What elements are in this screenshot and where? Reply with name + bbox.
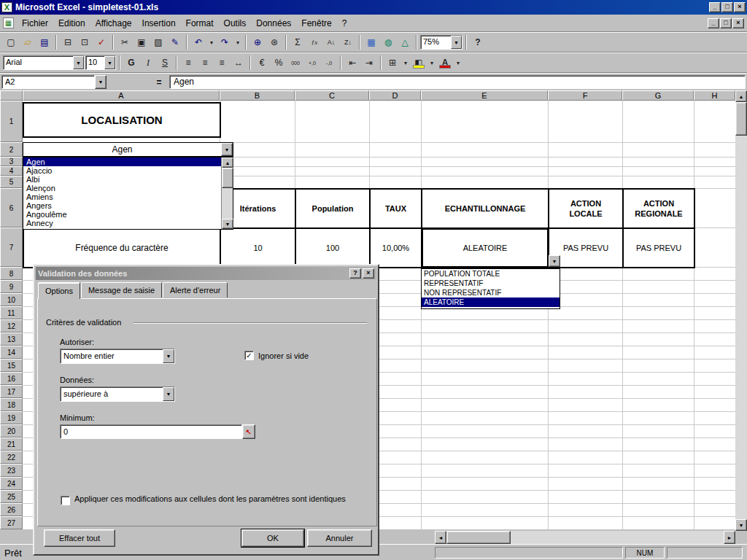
drawing-button[interactable]: △ [397,35,413,50]
ignore-blank-label[interactable]: Ignorer si vide [258,351,309,360]
dialog-titlebar[interactable]: Validation des données ? × [36,267,376,280]
column-header-b[interactable]: B [220,90,295,101]
allow-combo[interactable]: Nombre entier ▼ [60,349,175,364]
undo-button[interactable]: ↶ [190,35,206,50]
row-header-3[interactable]: 3 [0,157,23,166]
row-header-6[interactable]: 6 [0,188,23,228]
apply-all-checkbox[interactable] [61,496,70,505]
paste-button[interactable]: ▨ [150,35,166,50]
row-header-15[interactable]: 15 [0,359,23,372]
font-color-arrow[interactable]: ▾ [454,55,462,70]
cancel-button[interactable]: Annuler [307,529,372,547]
row-header-22[interactable]: 22 [0,451,23,464]
redo-arrow[interactable]: ▾ [233,35,242,50]
percent-button[interactable]: % [271,55,287,70]
font-color-button[interactable]: A [437,55,453,70]
close-button[interactable]: × [734,2,746,12]
row-header-24[interactable]: 24 [0,477,23,490]
insert-hyperlink-button[interactable]: ⊕ [249,35,266,50]
row-header-9[interactable]: 9 [0,280,23,293]
column-header-e[interactable]: E [421,90,548,101]
save-button[interactable]: ▤ [36,35,53,50]
cell-e6[interactable]: ECHANTILLONNAGE [421,188,549,229]
vertical-scrollbar[interactable]: ▲ ▼ [735,90,747,531]
scroll-up-button[interactable]: ▲ [222,158,233,168]
align-center-button[interactable]: ≡ [197,55,213,70]
font-combo-arrow[interactable]: ▼ [73,56,84,69]
ignore-blank-checkbox[interactable]: ✓ [244,351,254,360]
scroll-down-button[interactable]: ▼ [222,219,233,229]
zoom-combo[interactable]: 75%▼ [420,35,462,50]
scroll-thumb[interactable] [222,168,233,188]
sampling-option-population-totale[interactable]: POPULATION TOTALE [422,269,560,279]
cell-c7[interactable]: 100 [295,228,371,268]
sampling-option-representatif[interactable]: REPRESENTATIF [422,279,560,288]
horizontal-scrollbar[interactable]: ◄ ► [435,531,735,544]
city-option-ajaccio[interactable]: Ajaccio [23,166,221,175]
row-header-19[interactable]: 19 [0,411,23,424]
row-header-23[interactable]: 23 [0,464,23,477]
workbook-close-button[interactable]: × [732,18,744,28]
map-button[interactable]: ◍ [380,35,396,50]
workbook-restore-button[interactable]: □ [720,18,732,28]
undo-arrow[interactable]: ▾ [207,35,216,50]
city-option-annecy[interactable]: Annecy [23,219,221,228]
column-header-h[interactable]: H [694,90,735,101]
menu-outils[interactable]: Outils [219,16,252,31]
edit-formula-button[interactable]: = [152,75,166,89]
cell-a7[interactable]: Fréquence du caractère [23,228,221,268]
row-header-16[interactable]: 16 [0,372,23,385]
workbook-minimize-button[interactable]: _ [708,18,719,28]
tab-options[interactable]: Options [38,282,80,299]
row-header-2[interactable]: 2 [0,142,23,157]
decrease-decimal-button[interactable]: -,0 [321,55,337,70]
row-header-12[interactable]: 12 [0,319,23,332]
dialog-help-button[interactable]: ? [349,268,361,279]
data-combo[interactable]: supérieure à ▼ [60,386,175,402]
e7-validation-dropdown-arrow[interactable]: ▼ [549,255,560,267]
cell-g6[interactable]: ACTION REGIONALE [622,188,695,229]
chart-wizard-button[interactable]: ▦ [363,35,379,50]
city-option-albi[interactable]: Albi [23,175,221,184]
a2-dropdown-arrow[interactable]: ▼ [221,143,233,156]
select-all-corner[interactable] [0,90,23,101]
tab-alerte-d-erreur[interactable]: Alerte d'erreur [163,282,228,298]
vertical-scroll-thumb[interactable] [735,102,747,136]
row-header-18[interactable]: 18 [0,398,23,411]
row-header-27[interactable]: 27 [0,516,23,529]
collapse-dialog-button[interactable]: ↖ [242,424,255,439]
row-header-10[interactable]: 10 [0,293,23,306]
font-size-combo-arrow[interactable]: ▼ [104,56,115,69]
scroll-left-button[interactable]: ◄ [435,531,446,544]
increase-indent-button[interactable]: ⇥ [361,55,377,70]
scroll-down-button[interactable]: ▼ [735,519,747,531]
paste-function-button[interactable]: ƒx [306,35,322,50]
city-option-amiens[interactable]: Amiens [23,192,221,201]
cell-a1[interactable]: LOCALISATION [23,102,221,138]
zoom-combo-arrow[interactable]: ▼ [451,36,462,49]
row-header-21[interactable]: 21 [0,438,23,451]
comma-button[interactable]: 000 [287,55,303,70]
font-combo[interactable]: Arial▼ [3,55,85,70]
row-header-8[interactable]: 8 [0,267,23,280]
menu-edition[interactable]: Edition [53,16,90,31]
print-button[interactable]: ⊟ [60,35,76,50]
autosum-button[interactable]: Σ [290,35,306,50]
menu-fichier[interactable]: Fichier [17,16,53,31]
menu-insertion[interactable]: Insertion [137,16,181,31]
cell-f6[interactable]: ACTION LOCALE [548,188,624,229]
row-header-5[interactable]: 5 [0,176,23,188]
formula-input[interactable]: Agen [169,75,746,89]
city-option-alencon[interactable]: Alençon [23,184,221,192]
scroll-up-button[interactable]: ▲ [735,90,747,102]
menu-help[interactable]: ? [337,16,352,31]
redo-button[interactable]: ↷ [217,35,233,50]
align-right-button[interactable]: ≡ [214,55,230,70]
city-option-angouleme[interactable]: Angoulême [23,210,221,219]
row-header-7[interactable]: 7 [0,228,23,267]
currency-button[interactable]: € [254,55,270,70]
underline-button[interactable]: S [157,55,173,70]
name-box[interactable]: A2 [1,75,95,89]
copy-button[interactable]: ▣ [133,35,150,50]
clear-all-button[interactable]: Effacer tout [44,529,115,547]
